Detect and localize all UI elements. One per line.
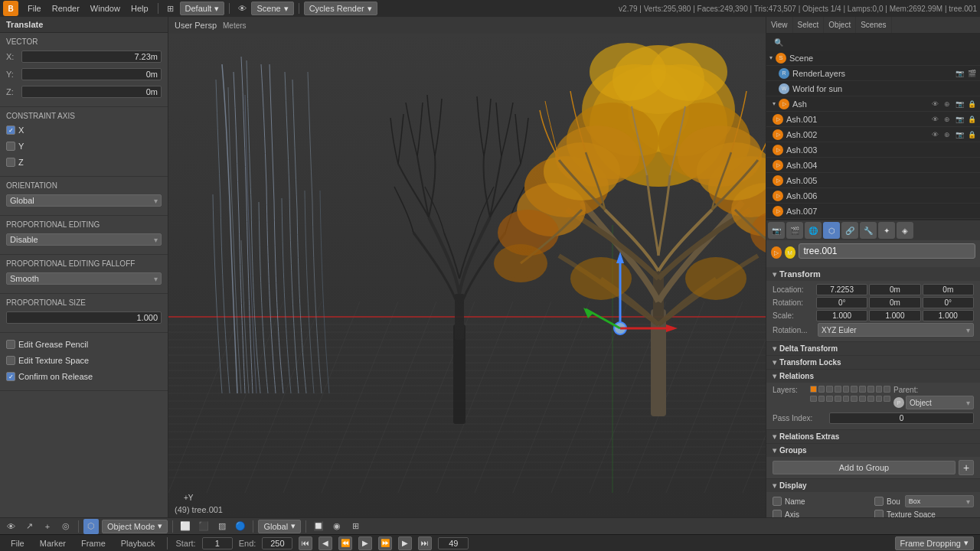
prop-tab-render[interactable]: 📷 <box>768 222 785 239</box>
delta-transform-header[interactable]: Delta Transform <box>766 342 980 355</box>
lk3-icon[interactable]: 🔒 <box>966 129 977 140</box>
layer-14[interactable] <box>835 396 841 403</box>
grease-pencil-row[interactable]: Edit Grease Pencil <box>6 337 162 351</box>
tab-select[interactable]: Select <box>793 17 825 33</box>
layer-2[interactable] <box>818 386 825 393</box>
scale-z-field[interactable]: 1.000 <box>923 310 974 321</box>
marker-btn[interactable]: Marker <box>35 538 70 549</box>
groups-header[interactable]: Groups <box>766 444 980 457</box>
workspace-dropdown[interactable]: Default ▾ <box>180 2 225 15</box>
eye3-icon[interactable]: 👁 <box>929 129 940 140</box>
outliner-item-ash004[interactable]: ▷ Ash.004 <box>766 158 980 173</box>
layer-16[interactable] <box>851 396 858 403</box>
loc-x-field[interactable]: 7.2253 <box>816 284 867 295</box>
prop-tab-object[interactable]: ⬡ <box>823 222 840 239</box>
z-value[interactable]: 0m <box>21 86 162 98</box>
rot-x-field[interactable]: 0° <box>816 297 867 308</box>
cam3-icon[interactable]: 📷 <box>954 114 965 125</box>
object-name-field[interactable]: tree.001 <box>799 243 975 259</box>
relations-header[interactable]: Relations <box>766 370 980 383</box>
object-btn[interactable]: ◎ <box>58 519 74 534</box>
snap-btn[interactable]: 🔲 <box>311 519 326 534</box>
lk2-icon[interactable]: 🔒 <box>966 114 977 125</box>
select-btn[interactable]: ↗ <box>21 519 37 534</box>
add-to-group-button[interactable]: Add to Group <box>773 461 956 474</box>
goto-start-btn[interactable]: ⏮ <box>299 536 312 550</box>
display-header[interactable]: Display <box>766 479 980 492</box>
prop-tab-scene[interactable]: 🎬 <box>786 222 803 239</box>
render-btn[interactable]: 🔵 <box>233 519 248 534</box>
mode-icon[interactable]: ⬡ <box>83 519 99 534</box>
outliner-item-ash003[interactable]: ▷ Ash.003 <box>766 142 980 158</box>
prev-frame-btn[interactable]: ◀ <box>318 536 332 550</box>
texture-space-row[interactable]: Edit Texture Space <box>6 354 162 367</box>
layer-5[interactable] <box>843 386 850 393</box>
axis-x-row[interactable]: X <box>6 123 162 137</box>
wireframe-btn[interactable]: ⬜ <box>178 519 193 534</box>
prop-size-value[interactable]: 1.000 <box>6 311 162 324</box>
prop-tab-world[interactable]: 🌐 <box>805 222 822 239</box>
axis-z-row[interactable]: Z <box>6 155 162 169</box>
display-texspace-check[interactable] <box>874 510 884 517</box>
file-btn[interactable]: File <box>6 538 29 549</box>
display-axis-check[interactable] <box>773 510 782 517</box>
loc-y-field[interactable]: 0m <box>869 284 920 295</box>
scale-y-field[interactable]: 1.000 <box>869 310 920 321</box>
outliner-item-ash006[interactable]: ▷ Ash.006 <box>766 188 980 204</box>
next-frame-btn[interactable]: ▶ <box>398 536 412 550</box>
layer-17[interactable] <box>859 396 866 403</box>
scale-x-field[interactable]: 1.000 <box>816 310 867 321</box>
display-bou-check[interactable] <box>874 497 884 506</box>
transform-locks-header[interactable]: Transform Locks <box>766 356 980 369</box>
layer-4[interactable] <box>835 386 841 393</box>
mode-dropdown[interactable]: Object Mode ▾ <box>102 520 168 533</box>
next-keyframe-btn[interactable]: ⏩ <box>378 536 392 550</box>
group-add-icon[interactable]: + <box>959 460 974 475</box>
loc-z-field[interactable]: 0m <box>923 284 974 295</box>
eye-icon[interactable]: 👁 <box>929 99 940 109</box>
solid-btn[interactable]: ⬛ <box>196 519 211 534</box>
prop-tab-particles[interactable]: ✦ <box>878 222 895 239</box>
play-btn[interactable]: ▶ <box>358 536 372 550</box>
layer-12[interactable] <box>818 396 825 403</box>
view-icon[interactable]: 👁 <box>234 1 250 16</box>
pivot-dropdown[interactable]: Global ▾ <box>258 520 301 533</box>
menu-file[interactable]: File <box>23 2 46 15</box>
texture-space-checkbox[interactable] <box>6 356 15 365</box>
confirm-release-row[interactable]: Confirm on Release <box>6 370 162 383</box>
menu-render[interactable]: Render <box>47 2 84 15</box>
lock-icon[interactable]: 🔒 <box>966 99 977 109</box>
confirm-release-checkbox[interactable] <box>6 372 15 381</box>
current-frame-field[interactable]: 49 <box>438 537 469 549</box>
prop-tab-constraints[interactable]: 🔗 <box>841 222 858 239</box>
outliner-search-icon[interactable]: 🔍 <box>771 37 786 47</box>
layer-6[interactable] <box>851 386 858 393</box>
end-frame-field[interactable]: 250 <box>262 537 292 549</box>
camera2-icon[interactable]: 📷 <box>954 99 965 109</box>
proportional-btn[interactable]: ◉ <box>329 519 345 534</box>
cur3-icon[interactable]: ⊕ <box>942 129 952 140</box>
prop-falloff-dropdown[interactable]: Smooth <box>6 272 162 285</box>
layer-7[interactable] <box>859 386 866 393</box>
grid-btn[interactable]: ⊞ <box>348 519 363 534</box>
layer-10[interactable] <box>884 386 890 393</box>
tab-view[interactable]: View <box>766 17 793 33</box>
layer-11[interactable] <box>810 396 817 403</box>
workspace-icon[interactable]: ⊞ <box>163 1 178 16</box>
axis-x-checkbox[interactable] <box>6 126 15 135</box>
cur2-icon[interactable]: ⊕ <box>942 114 952 125</box>
layer-15[interactable] <box>843 396 850 403</box>
outliner-item-ash007[interactable]: ▷ Ash.007 <box>766 204 980 219</box>
menu-help[interactable]: Help <box>126 2 153 15</box>
scene-dropdown[interactable]: Scene ▾ <box>251 2 293 15</box>
y-value[interactable]: 0m <box>21 68 162 80</box>
engine-dropdown[interactable]: Cycles Render ▾ <box>304 2 377 15</box>
layer-20[interactable] <box>884 396 890 403</box>
menu-window[interactable]: Window <box>86 2 125 15</box>
start-frame-field[interactable]: 1 <box>202 537 233 549</box>
main-viewport[interactable]: User Persp Meters <box>168 17 766 517</box>
parent-dropdown[interactable]: Object <box>906 396 974 409</box>
prop-edit-dropdown[interactable]: Disable <box>6 233 162 246</box>
layer-9[interactable] <box>876 386 883 393</box>
outliner-item-ash005[interactable]: ▷ Ash.005 <box>766 173 980 188</box>
